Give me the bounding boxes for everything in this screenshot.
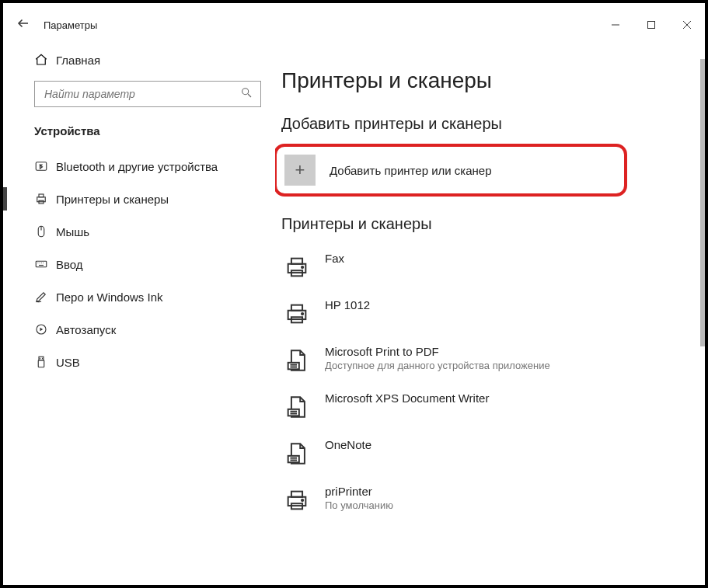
sidebar-item-printers[interactable]: Принтеры и сканеры [3, 183, 275, 215]
settings-window: Параметры Главная [0, 0, 708, 588]
bluetooth-icon [34, 159, 56, 173]
svg-rect-22 [38, 360, 44, 367]
add-printer-label: Добавить принтер или сканер [316, 164, 492, 177]
printer-list: Fax HP 1012 Microsoft Pr [281, 244, 705, 539]
window-title: Параметры [39, 19, 97, 31]
svg-rect-2 [648, 22, 655, 29]
home-icon [34, 53, 56, 67]
home-link[interactable]: Главная [3, 47, 275, 73]
titlebar: Параметры [3, 8, 705, 42]
svg-rect-9 [39, 194, 44, 197]
printer-item[interactable]: Microsoft Print to PDF Доступное для дан… [281, 337, 705, 384]
sidebar-item-typing[interactable]: Ввод [3, 248, 275, 280]
printer-item[interactable]: Fax [281, 244, 705, 291]
keyboard-icon [34, 257, 56, 271]
printer-item[interactable]: OneNote [281, 430, 705, 477]
printer-name: OneNote [325, 438, 371, 451]
sidebar-section-title: Устройства [3, 118, 275, 150]
scrollbar-thumb[interactable] [700, 59, 705, 346]
printer-icon [281, 252, 312, 283]
virtual-printer-icon [281, 391, 312, 423]
sidebar-item-label: Принтеры и сканеры [56, 193, 169, 206]
sidebar-item-label: Перо и Windows Ink [56, 291, 163, 304]
printer-icon [281, 485, 312, 516]
add-section-title: Добавить принтеры и сканеры [281, 115, 705, 133]
printer-item[interactable]: Microsoft XPS Document Writer [281, 384, 705, 430]
svg-point-32 [302, 313, 303, 315]
svg-rect-13 [36, 261, 47, 267]
maximize-button[interactable] [633, 12, 669, 37]
sidebar-item-label: Мышь [56, 225, 89, 238]
svg-rect-39 [288, 456, 299, 463]
printer-item[interactable]: priPrinter По умолчанию [281, 477, 705, 524]
sidebar-item-label: USB [56, 356, 80, 369]
svg-rect-36 [288, 409, 299, 416]
printer-sub: Доступное для данного устройства приложе… [325, 360, 550, 371]
svg-point-45 [302, 499, 303, 501]
sidebar-item-pen[interactable]: Перо и Windows Ink [3, 280, 275, 313]
close-button[interactable] [669, 12, 705, 37]
mouse-icon [34, 224, 56, 238]
sidebar-item-autoplay[interactable]: Автозапуск [3, 313, 275, 346]
svg-rect-26 [291, 259, 302, 264]
printer-name: HP 1012 [325, 298, 370, 311]
sidebar-item-bluetooth[interactable]: Bluetooth и другие устройства [3, 150, 275, 183]
printer-name: Microsoft XPS Document Writer [325, 391, 489, 405]
virtual-printer-icon [281, 345, 312, 376]
svg-line-6 [248, 94, 251, 97]
svg-rect-30 [291, 305, 302, 311]
pen-icon [34, 290, 56, 304]
printer-icon [34, 192, 56, 206]
back-button[interactable] [8, 16, 39, 34]
scrollbar[interactable] [697, 59, 705, 582]
svg-rect-43 [291, 492, 302, 497]
sidebar-item-label: Автозапуск [56, 323, 116, 336]
sidebar-item-usb[interactable]: USB [3, 346, 275, 378]
search-input-wrap[interactable] [34, 81, 261, 107]
sidebar: Главная Устройства Bluetooth и другие ус… [3, 47, 275, 585]
autoplay-icon [34, 322, 56, 336]
main-panel: Принтеры и сканеры Добавить принтеры и с… [275, 47, 705, 585]
page-heading: Принтеры и сканеры [281, 68, 705, 93]
sidebar-item-label: Bluetooth и другие устройства [56, 160, 218, 173]
printer-item[interactable]: HP 1012 [281, 291, 705, 337]
printer-sub: По умолчанию [325, 499, 393, 511]
search-icon [240, 86, 253, 102]
svg-marker-20 [40, 328, 44, 332]
printer-name: priPrinter [325, 485, 393, 498]
printer-name: Fax [325, 252, 344, 265]
usb-icon [34, 355, 56, 369]
svg-rect-21 [39, 357, 44, 360]
printer-name: Microsoft Print to PDF [325, 345, 550, 358]
sidebar-item-label: Ввод [56, 258, 83, 271]
svg-point-28 [302, 266, 303, 268]
sidebar-item-mouse[interactable]: Мышь [3, 215, 275, 248]
plus-icon: + [284, 155, 316, 186]
minimize-button[interactable] [598, 12, 633, 37]
printer-icon [281, 298, 312, 329]
virtual-printer-icon [281, 438, 312, 469]
add-printer-button[interactable]: + Добавить принтер или сканер [284, 155, 616, 186]
search-input[interactable] [43, 87, 240, 101]
svg-rect-8 [37, 197, 46, 202]
svg-point-5 [242, 89, 249, 95]
highlighted-add-region: + Добавить принтер или сканер [275, 144, 627, 197]
list-section-title: Принтеры и сканеры [281, 215, 705, 233]
svg-rect-33 [288, 363, 299, 370]
home-label: Главная [56, 54, 100, 67]
